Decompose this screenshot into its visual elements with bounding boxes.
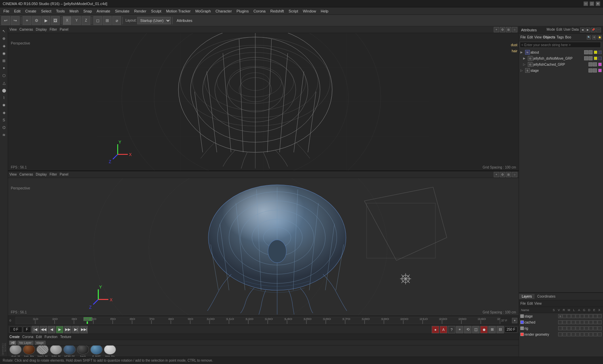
layer-d-stage[interactable] xyxy=(589,314,593,318)
select-button[interactable]: ⊞ xyxy=(103,16,112,25)
layer-icon-4-rig[interactable] xyxy=(571,326,575,330)
layer-m-stage[interactable] xyxy=(571,314,575,318)
tab-function[interactable]: Function xyxy=(45,335,57,339)
filter-menu[interactable]: Filter xyxy=(50,28,57,31)
layer-icon-6-cached[interactable] xyxy=(580,320,584,324)
obj-vis-icon-stage[interactable] xyxy=(588,68,593,72)
objects-search-input[interactable] xyxy=(520,42,601,48)
filter-menu-bottom[interactable]: Filter xyxy=(50,173,57,176)
filter-all-button[interactable]: All xyxy=(9,341,16,345)
menu-item-animate[interactable]: Animate xyxy=(95,8,112,14)
sidebar-tool-6[interactable]: ✦ xyxy=(1,65,7,71)
layer-l-stage[interactable] xyxy=(576,314,580,318)
obj-vis-icon[interactable] xyxy=(584,50,588,54)
panel-menu[interactable]: Panel xyxy=(60,28,68,31)
layer-item-render-geo[interactable]: render geometry xyxy=(519,331,603,337)
layer-icon-1-rendgeo[interactable] xyxy=(558,332,562,336)
grid-button[interactable]: ⊟ xyxy=(496,326,504,333)
play-back-button[interactable]: ◀ xyxy=(48,326,55,333)
layers-file-menu[interactable]: File xyxy=(520,302,526,305)
layer-icon-2-rig[interactable] xyxy=(563,326,567,330)
menu-item-redshift[interactable]: Redshift xyxy=(268,8,286,14)
menu-item-mograph[interactable]: MoGraph xyxy=(193,8,213,14)
layer-g-stage[interactable] xyxy=(584,314,588,318)
frame-start-input[interactable] xyxy=(9,327,22,333)
menu-item-window[interactable]: Window xyxy=(301,8,318,14)
material-hair[interactable]: hair_Ma xyxy=(23,345,35,357)
step-forward-button[interactable]: ▶▶ xyxy=(64,326,71,333)
sidebar-tool-3[interactable]: ◈ xyxy=(1,42,7,49)
layer-solo-stage[interactable]: S xyxy=(558,314,562,318)
menu-item-snap[interactable]: Snap xyxy=(81,8,94,14)
attr-nav-back[interactable]: ◀ xyxy=(580,28,585,32)
layer-icon-2-rendgeo[interactable] xyxy=(563,332,567,336)
sidebar-tool-12[interactable]: ◈ xyxy=(1,109,7,116)
sidebar-tool-11[interactable]: ✱ xyxy=(1,102,7,109)
filter-stage-button[interactable]: stage xyxy=(35,341,46,345)
sidebar-tool-9[interactable]: ⬤ xyxy=(1,87,7,94)
layer-icon-7-cached[interactable] xyxy=(584,320,588,324)
layer-icon-9-rig[interactable] xyxy=(593,326,597,330)
obj-bookmark-icon[interactable]: ⭐ xyxy=(598,35,602,39)
obj-boo-menu[interactable]: Boo xyxy=(565,35,571,39)
sidebar-tool-7[interactable]: ⬡ xyxy=(1,72,7,79)
play-forward-button[interactable]: ▶ xyxy=(56,326,63,333)
layer-icon-8-cached[interactable] xyxy=(589,320,593,324)
render-view-button[interactable]: 🖼 xyxy=(51,16,60,25)
attr-edit-tab[interactable]: Edit xyxy=(556,28,562,32)
record-button[interactable]: ⏺ xyxy=(480,326,488,333)
layer-icon-2-cached[interactable] xyxy=(563,320,567,324)
obj-render-icon-stage[interactable] xyxy=(593,68,597,72)
new-object-button[interactable]: + xyxy=(23,16,31,25)
lasso-button[interactable]: ⌀ xyxy=(112,16,121,25)
obj-vis-icon-dnm[interactable] xyxy=(584,56,588,60)
help-button[interactable]: ? xyxy=(448,326,455,333)
view-menu-bottom[interactable]: View xyxy=(9,173,17,176)
menu-item-motion-tracker[interactable]: Motion Tracker xyxy=(164,8,193,14)
object-item-jellyfish-dnm[interactable]: ▶ G jellyfish_doNotMove_GRP ⋯ xyxy=(520,55,602,61)
maximize-button[interactable]: □ xyxy=(590,1,594,6)
obj-settings-icon[interactable]: ⚙ xyxy=(592,35,596,39)
layer-icon-6-rendgeo[interactable] xyxy=(580,332,584,336)
layer-icon-1-rig[interactable] xyxy=(558,326,562,330)
window-controls[interactable]: ─ □ ✕ xyxy=(583,1,600,6)
total-frames-input[interactable] xyxy=(505,327,517,333)
snapping-button[interactable]: ⌖ xyxy=(456,326,463,333)
minimize-button[interactable]: ─ xyxy=(583,1,588,6)
layer-icon-4-rendgeo[interactable] xyxy=(571,332,575,336)
layer-icon-10-rendgeo[interactable] xyxy=(598,332,602,336)
menu-item-corona[interactable]: Corona xyxy=(251,8,267,14)
menu-item-select[interactable]: Select xyxy=(39,8,54,14)
menu-item-mesh[interactable]: Mesh xyxy=(67,8,81,14)
material-dust[interactable]: dust_M xyxy=(9,345,22,357)
viewport-bottom-canvas[interactable]: Perspective xyxy=(8,178,519,315)
rotate-button[interactable]: Z xyxy=(82,16,90,25)
menu-item-tools[interactable]: Tools xyxy=(54,8,67,14)
layer-item-stage[interactable]: stage S xyxy=(519,313,603,319)
sidebar-tool-14[interactable]: ⌬ xyxy=(1,124,7,131)
layer-icon-7-rig[interactable] xyxy=(584,326,588,330)
layers-edit-menu[interactable]: Edit xyxy=(527,302,533,305)
object-item-stage[interactable]: ▷ S stage xyxy=(520,67,602,73)
material-hair2[interactable]: hair2_M xyxy=(36,345,49,357)
viewport-close-icon-bottom[interactable]: ○ xyxy=(512,172,517,177)
material-hdri[interactable]: HDRI 00 xyxy=(63,345,76,357)
sidebar-tool-10[interactable]: ⌇ xyxy=(1,94,7,101)
layer-render-stage[interactable] xyxy=(567,314,571,318)
menu-item-edit[interactable]: Edit xyxy=(12,8,23,14)
options-button[interactable]: ⊞ xyxy=(488,326,496,333)
viewport-top[interactable]: View Cameras Display Filter Panel + ⚙ ⊞ … xyxy=(8,26,519,171)
layer-item-rig[interactable]: rig xyxy=(519,325,603,331)
filter-no-layer-button[interactable]: No Layer xyxy=(18,341,33,345)
undo-button[interactable]: ↩ xyxy=(1,16,10,25)
attr-pin-icon[interactable]: 📌 xyxy=(591,28,596,32)
tab-create[interactable]: Create xyxy=(9,335,20,339)
select-all-button[interactable]: ◻ xyxy=(93,16,102,25)
layer-icon-7-rendgeo[interactable] xyxy=(584,332,588,336)
render-settings-button[interactable]: ⚙ xyxy=(32,16,41,25)
scale-button[interactable]: Y xyxy=(72,16,81,25)
obj-edit-menu[interactable]: Edit xyxy=(527,35,533,39)
layer-icon-3-cached[interactable] xyxy=(567,320,571,324)
layer-icon-4-cached[interactable] xyxy=(571,320,575,324)
menu-item-character[interactable]: Character xyxy=(213,8,234,14)
